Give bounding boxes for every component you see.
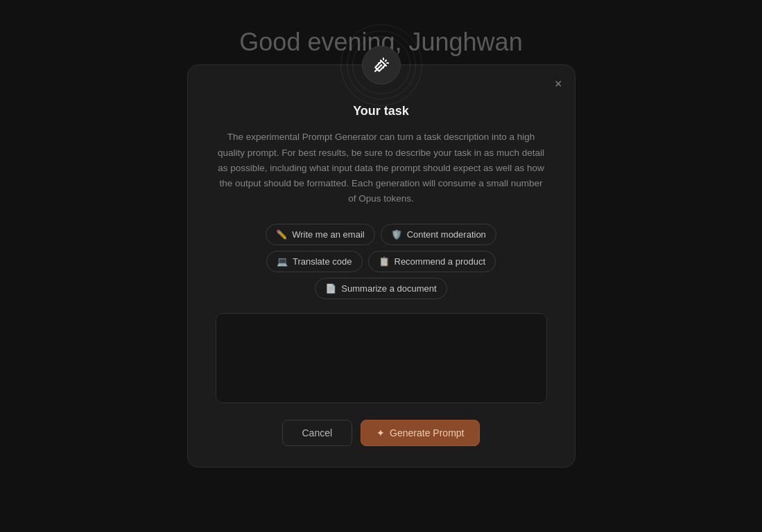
recommend-chip-icon: 📋 (379, 256, 390, 267)
moderation-chip-icon: 🛡️ (391, 229, 402, 240)
chip-recommend-product[interactable]: 📋 Recommend a product (368, 251, 496, 272)
translate-chip-icon: 💻 (277, 256, 288, 267)
modal-title: Your task (216, 104, 547, 118)
sparkle-icon: ✦ (376, 427, 385, 438)
modal-footer: Cancel ✦ Generate Prompt (216, 420, 547, 446)
magic-wand-icon-circle (362, 46, 401, 85)
chip-translate-code[interactable]: 💻 Translate code (266, 251, 363, 272)
chip-write-email-label: Write me an email (292, 229, 365, 240)
generate-prompt-label: Generate Prompt (390, 427, 464, 438)
chip-summarize-document[interactable]: 📄 Summarize a document (315, 278, 447, 299)
chip-content-moderation[interactable]: 🛡️ Content moderation (381, 224, 496, 245)
chip-summarize-document-label: Summarize a document (341, 283, 436, 294)
email-chip-icon: ✏️ (276, 229, 287, 240)
chip-translate-code-label: Translate code (293, 256, 352, 267)
chips-container: ✏️ Write me an email 🛡️ Content moderati… (216, 224, 547, 299)
generate-prompt-button[interactable]: ✦ Generate Prompt (361, 420, 480, 446)
magic-wand-icon (373, 57, 390, 73)
chip-recommend-product-label: Recommend a product (395, 256, 486, 267)
chip-content-moderation-label: Content moderation (407, 229, 486, 240)
modal-overlay: × Your task The experimental Prompt Gene… (0, 0, 762, 532)
close-button[interactable]: × (552, 75, 565, 93)
summarize-chip-icon: 📄 (325, 283, 336, 294)
modal: × Your task The experimental Prompt Gene… (187, 64, 575, 467)
modal-content: Your task The experimental Prompt Genera… (188, 65, 575, 466)
modal-description: The experimental Prompt Generator can tu… (216, 130, 547, 206)
task-textarea[interactable] (216, 313, 547, 403)
cancel-button[interactable]: Cancel (282, 420, 353, 446)
modal-icon-wrap (352, 36, 410, 94)
chip-write-email[interactable]: ✏️ Write me an email (266, 224, 375, 245)
